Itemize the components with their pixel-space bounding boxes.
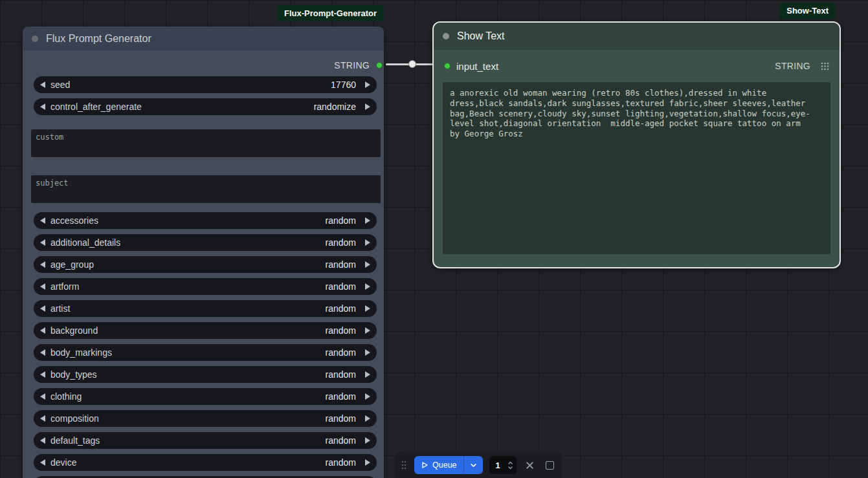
combo-artform[interactable]: artform random <box>34 278 377 295</box>
combo-label: artist <box>50 303 320 314</box>
combo-additional-details[interactable]: additional_details random <box>34 234 377 251</box>
combo-clothing[interactable]: clothing random <box>34 388 377 405</box>
combo-label: composition <box>50 413 320 424</box>
flux-node-body: STRING seed 17760 control_after_generate… <box>23 57 384 478</box>
combo-value[interactable]: random <box>326 303 356 314</box>
next-option-arrow-icon[interactable] <box>365 239 370 246</box>
flux-node-header[interactable]: Flux Prompt Generator <box>23 27 384 50</box>
comfyui-canvas[interactable]: { "badges": { "flux_tag": "Flux-Prompt-G… <box>0 0 868 478</box>
combo-value[interactable]: random <box>326 413 356 424</box>
combo-accessories[interactable]: accessories random <box>34 212 377 229</box>
increment-arrow-icon[interactable] <box>365 103 370 110</box>
run-count-input[interactable]: 1 <box>489 456 517 474</box>
drag-handle-icon[interactable] <box>400 460 408 470</box>
combo-background[interactable]: background random <box>34 322 377 339</box>
decrement-arrow-icon[interactable] <box>40 81 45 88</box>
next-option-arrow-icon[interactable] <box>365 393 370 400</box>
flux-output-row: STRING <box>23 57 384 74</box>
combo-body-markings[interactable]: body_markings random <box>34 344 377 361</box>
combo-value[interactable]: random <box>326 457 356 468</box>
next-option-arrow-icon[interactable] <box>365 459 370 466</box>
prev-option-arrow-icon[interactable] <box>40 371 45 378</box>
combo-label: accessories <box>50 215 320 226</box>
prev-option-arrow-icon[interactable] <box>40 349 45 356</box>
next-option-arrow-icon[interactable] <box>365 217 370 224</box>
chevron-down-icon[interactable] <box>464 462 483 469</box>
combo-artist[interactable]: artist random <box>34 300 377 317</box>
flux-prompt-generator-node[interactable]: Flux Prompt Generator STRING seed 17760 … <box>23 27 384 478</box>
combo-default-tags[interactable]: default_tags random <box>34 432 377 449</box>
prev-option-arrow-icon[interactable] <box>40 239 45 246</box>
prev-option-arrow-icon[interactable] <box>40 217 45 224</box>
subject-textarea[interactable] <box>31 175 381 203</box>
flux-combo-list: accessories random additional_details ra… <box>23 212 384 478</box>
combo-label: background <box>50 325 320 336</box>
next-option-arrow-icon[interactable] <box>365 415 370 422</box>
widget-value[interactable]: randomize <box>314 102 356 112</box>
widget-label: control_after_generate <box>50 102 309 112</box>
string-output-port[interactable] <box>376 62 383 69</box>
combo-label: body_types <box>50 369 320 380</box>
increment-arrow-icon[interactable] <box>365 81 370 88</box>
flux-widgets: seed 17760 control_after_generate random… <box>23 76 384 115</box>
prev-option-arrow-icon[interactable] <box>40 305 45 312</box>
combo-value[interactable]: random <box>326 281 356 292</box>
widget-seed[interactable]: seed 17760 <box>34 76 377 93</box>
spinner-up-icon[interactable] <box>507 461 513 465</box>
next-option-arrow-icon[interactable] <box>365 437 370 444</box>
connection-link-midpoint-dot[interactable] <box>408 60 416 68</box>
node-tag-flux-prompt-generator: Flux-Prompt-Generator <box>277 5 384 21</box>
next-option-arrow-icon[interactable] <box>365 305 370 312</box>
next-option-arrow-icon[interactable] <box>365 349 370 356</box>
stop-icon[interactable] <box>543 458 557 472</box>
combo-value[interactable]: random <box>326 215 356 226</box>
node-tag-show-text: Show-Text <box>779 3 836 19</box>
next-option-arrow-icon[interactable] <box>365 327 370 334</box>
combo-label: device <box>50 457 320 468</box>
next-option-arrow-icon[interactable] <box>365 261 370 268</box>
combo-label: body_markings <box>50 347 320 358</box>
widget-value[interactable]: 17760 <box>331 80 356 90</box>
clear-queue-icon[interactable] <box>523 458 537 472</box>
combo-value[interactable]: random <box>326 259 356 270</box>
run-count-value[interactable]: 1 <box>496 461 508 470</box>
play-icon <box>421 461 428 469</box>
collapse-dot-icon[interactable] <box>443 33 449 39</box>
queue-button[interactable]: Queue <box>414 456 483 474</box>
combo-composition[interactable]: composition random <box>34 410 377 427</box>
combo-value[interactable]: random <box>326 325 356 336</box>
widget-control-after-generate[interactable]: control_after_generate randomize <box>34 98 377 115</box>
show-text-node[interactable]: Show Text input_text STRING a anorexic o… <box>432 21 841 268</box>
show-node-header[interactable]: Show Text <box>434 23 840 50</box>
combo-value[interactable]: random <box>326 391 356 402</box>
combo-value[interactable]: random <box>326 237 356 248</box>
prev-option-arrow-icon[interactable] <box>40 393 45 400</box>
combo-label: clothing <box>50 391 320 402</box>
widget-label: seed <box>50 80 326 90</box>
prev-option-arrow-icon[interactable] <box>40 415 45 422</box>
show-text-output[interactable]: a anorexic old woman wearing (retro 80s … <box>443 82 830 254</box>
combo-device[interactable]: device random <box>34 454 377 471</box>
decrement-arrow-icon[interactable] <box>40 103 45 110</box>
next-option-arrow-icon[interactable] <box>365 283 370 290</box>
prev-option-arrow-icon[interactable] <box>40 283 45 290</box>
combo-age-group[interactable]: age_group random <box>34 256 377 273</box>
next-option-arrow-icon[interactable] <box>365 371 370 378</box>
collapse-dot-icon[interactable] <box>32 36 38 42</box>
combo-label: artform <box>50 281 320 292</box>
combo-value[interactable]: random <box>326 347 356 358</box>
show-node-title: Show Text <box>457 30 505 42</box>
show-input-row: input_text STRING <box>434 55 840 77</box>
custom-textarea[interactable] <box>31 129 381 157</box>
prev-option-arrow-icon[interactable] <box>40 437 45 444</box>
prev-option-arrow-icon[interactable] <box>40 261 45 268</box>
combo-label: additional_details <box>50 237 320 248</box>
queue-button-label: Queue <box>432 461 457 470</box>
input-text-port[interactable] <box>444 63 451 69</box>
spinner-down-icon[interactable] <box>507 466 513 470</box>
combo-value[interactable]: random <box>326 435 356 446</box>
combo-body-types[interactable]: body_types random <box>34 366 377 383</box>
prev-option-arrow-icon[interactable] <box>40 327 45 334</box>
combo-value[interactable]: random <box>326 369 356 380</box>
prev-option-arrow-icon[interactable] <box>40 459 45 466</box>
